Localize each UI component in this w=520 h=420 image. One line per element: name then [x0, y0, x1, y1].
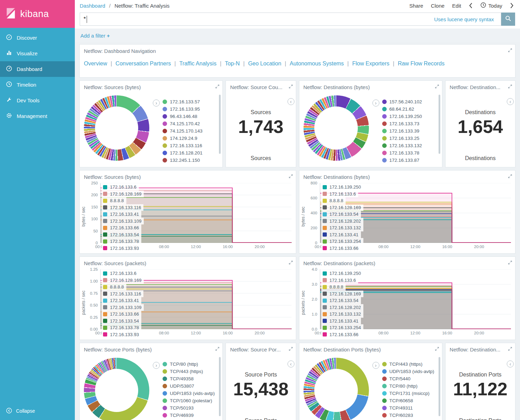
- legend-toggle-icon[interactable]: ‹: [507, 360, 514, 367]
- dashboard-nav-link[interactable]: Geo Location: [248, 61, 281, 66]
- legend-item[interactable]: 172.16.133.93: [102, 331, 141, 338]
- donut-chart[interactable]: [84, 358, 149, 420]
- legend-item[interactable]: 172.16.128.169: [321, 204, 363, 211]
- legend-item[interactable]: TCP/60658: [382, 397, 434, 404]
- dashboard-nav-link[interactable]: Top-N: [225, 61, 240, 66]
- legend-item[interactable]: TCP/60283: [382, 412, 434, 419]
- sidebar-item-discover[interactable]: Discover: [0, 30, 75, 46]
- time-forward-button[interactable]: [510, 2, 514, 9]
- search-input[interactable]: * Uses lucene query syntax: [80, 13, 501, 26]
- legend-item[interactable]: 172.16.133.41: [102, 297, 141, 304]
- time-back-button[interactable]: [469, 2, 473, 9]
- legend-item[interactable]: 172.16.133.132: [382, 142, 422, 149]
- legend-item[interactable]: TCP/443 (https): [163, 368, 215, 375]
- legend-item[interactable]: 172.16.133.41: [321, 231, 361, 238]
- legend-item[interactable]: 172.16.133.116: [102, 204, 143, 211]
- legend-item[interactable]: 74.125.170.42: [163, 120, 203, 127]
- expand-panel-icon[interactable]: [289, 346, 293, 352]
- legend-item[interactable]: 68.64.21.62: [382, 105, 422, 113]
- legend-item[interactable]: 172.16.128.169: [321, 291, 363, 298]
- legend-item[interactable]: TCP/49358: [163, 375, 215, 382]
- legend-item[interactable]: TCP/80 (http): [163, 360, 215, 368]
- legend-toggle-icon[interactable]: ‹: [287, 98, 294, 105]
- legend-item[interactable]: 172.16.133.78: [102, 324, 141, 331]
- legend-toggle-icon[interactable]: ‹: [287, 360, 294, 367]
- legend-item[interactable]: 172.16.128.201: [163, 149, 203, 157]
- legend-item[interactable]: TCP/1060 (polestar): [163, 397, 215, 404]
- legend-item[interactable]: 172.16.133.254: [321, 238, 363, 245]
- legend-item[interactable]: 172.16.133.6: [102, 270, 139, 277]
- legend-item[interactable]: 172.16.133.41: [321, 318, 361, 325]
- time-picker-today-button[interactable]: Today: [480, 2, 502, 9]
- legend-item[interactable]: 172.16.139.250: [382, 113, 422, 120]
- legend-item[interactable]: 96.43.146.48: [163, 113, 203, 120]
- lucene-syntax-link[interactable]: Uses lucene query syntax: [434, 16, 497, 22]
- legend-item[interactable]: 172.16.139.250: [321, 270, 363, 277]
- breadcrumb-dashboard-link[interactable]: Dashboard: [80, 3, 105, 9]
- legend-item[interactable]: 172.16.128.169: [102, 191, 144, 198]
- legend-item[interactable]: 8.8.8.8: [321, 284, 346, 291]
- expand-panel-icon[interactable]: [508, 48, 512, 54]
- legend-item[interactable]: 132.245.1.150: [163, 157, 203, 164]
- kibana-brand[interactable]: kibana: [0, 0, 75, 28]
- legend-item[interactable]: TCP/443 (https): [382, 360, 434, 368]
- legend-item[interactable]: 172.16.133.66: [102, 224, 141, 231]
- legend-item[interactable]: 8.8.8.8: [321, 197, 346, 204]
- legend-item[interactable]: 157.56.240.102: [382, 98, 422, 105]
- legend-item[interactable]: 172.16.133.6: [321, 277, 359, 284]
- search-button[interactable]: [501, 13, 515, 26]
- legend-item[interactable]: UDP/1853 (vids-avtp): [163, 390, 215, 397]
- donut-chart[interactable]: [304, 358, 369, 420]
- legend-item[interactable]: UDP/1853 (vids-avtp): [382, 368, 434, 375]
- expand-panel-icon[interactable]: [435, 346, 439, 352]
- legend-item[interactable]: TCP/80 (http): [382, 382, 434, 390]
- legend-item[interactable]: 172.16.133.41: [102, 211, 141, 218]
- expand-panel-icon[interactable]: [289, 260, 293, 266]
- legend-item[interactable]: 172.16.133.95: [163, 105, 203, 113]
- sidebar-item-timelion[interactable]: Timelion: [0, 77, 75, 93]
- legend-item[interactable]: 172.16.133.6: [102, 184, 139, 191]
- legend-item[interactable]: 172.16.133.66: [321, 331, 361, 338]
- legend-item[interactable]: 74.125.170.143: [163, 127, 203, 135]
- legend-scrollbar[interactable]: [219, 95, 221, 154]
- legend-item[interactable]: 172.16.133.73: [382, 120, 422, 127]
- legend-item[interactable]: 172.16.133.66: [102, 311, 141, 318]
- sidebar-item-management[interactable]: Management: [0, 108, 75, 124]
- legend-item[interactable]: 172.16.133.54: [102, 318, 141, 325]
- legend-toggle-icon[interactable]: ›: [153, 362, 160, 369]
- expand-panel-icon[interactable]: [508, 84, 512, 90]
- legend-item[interactable]: 172.16.128.169: [102, 277, 144, 284]
- legend-scrollbar[interactable]: [439, 95, 440, 154]
- legend-item[interactable]: 172.16.133.78: [382, 149, 422, 157]
- legend-item[interactable]: 172.16.133.254: [321, 324, 363, 331]
- legend-item[interactable]: 172.16.133.57: [163, 98, 203, 105]
- legend-item[interactable]: 172.16.133.109: [102, 304, 144, 311]
- legend-item[interactable]: 172.16.133.132: [321, 311, 363, 318]
- sidebar-collapse-button[interactable]: Collapse: [0, 402, 75, 420]
- legend-item[interactable]: 174.129.24.9: [163, 135, 203, 142]
- expand-panel-icon[interactable]: [508, 346, 512, 352]
- legend-item[interactable]: TCP/49311: [382, 404, 434, 412]
- dashboard-nav-link[interactable]: Flow Exporters: [352, 61, 389, 66]
- legend-item[interactable]: 172.16.133.93: [102, 245, 141, 252]
- legend-item[interactable]: 172.16.133.109: [102, 218, 144, 225]
- expand-panel-icon[interactable]: [508, 260, 512, 266]
- legend-item[interactable]: UDP/53807: [163, 382, 215, 390]
- expand-panel-icon[interactable]: [215, 346, 220, 352]
- dashboard-nav-link[interactable]: Autonomous Systems: [290, 61, 344, 66]
- legend-toggle-icon[interactable]: ›: [153, 100, 160, 106]
- legend-item[interactable]: 8.8.8.8: [102, 197, 126, 204]
- legend-item[interactable]: 172.16.139.250: [321, 184, 363, 191]
- legend-item[interactable]: 172.16.133.132: [321, 224, 363, 231]
- legend-item[interactable]: 172.16.133.54: [321, 211, 361, 218]
- dashboard-nav-link[interactable]: Overview: [84, 61, 107, 66]
- sidebar-item-dashboard[interactable]: Dashboard: [0, 61, 75, 77]
- legend-item[interactable]: 172.16.133.87: [382, 157, 422, 164]
- dashboard-nav-link[interactable]: Raw Flow Records: [398, 61, 444, 66]
- legend-scrollbar[interactable]: [219, 357, 221, 416]
- clone-button[interactable]: Clone: [431, 3, 444, 9]
- legend-item[interactable]: 172.16.133.54: [321, 297, 361, 304]
- expand-panel-icon[interactable]: [289, 84, 293, 90]
- expand-panel-icon[interactable]: [215, 84, 220, 90]
- legend-item[interactable]: 172.16.128.202: [321, 218, 363, 225]
